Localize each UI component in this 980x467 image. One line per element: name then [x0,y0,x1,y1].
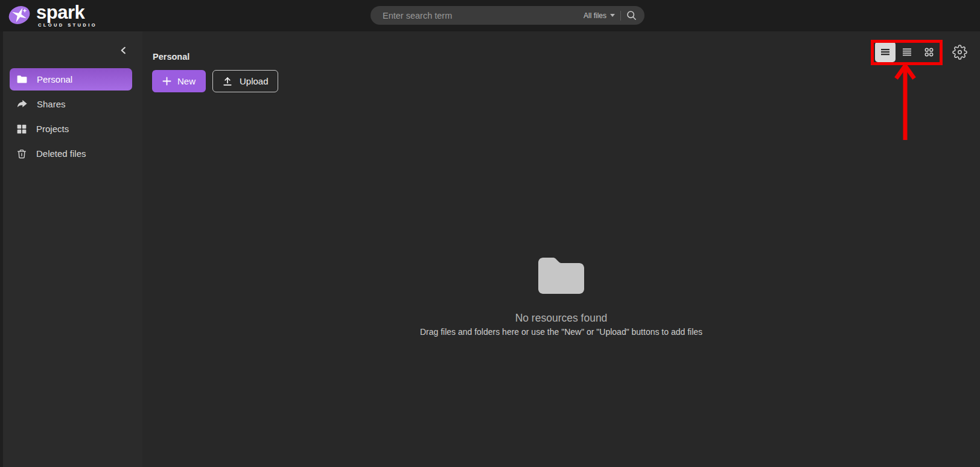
gear-icon [952,45,967,60]
grid-icon [16,124,27,135]
settings-button[interactable] [949,42,970,62]
plus-icon [162,77,171,86]
chevron-down-icon [610,14,615,17]
app-logo[interactable]: spark CLOUD STUDIO [7,2,97,28]
search-icon [626,10,637,21]
empty-folder-icon [538,256,584,294]
view-condensed-button[interactable] [897,42,917,62]
tiles-view-icon [923,46,935,58]
sidebar-nav: Personal Shares Projects [10,68,132,167]
view-list-button[interactable] [875,42,896,62]
page-title: Personal [153,52,189,62]
empty-state: No resources found Drag files and folder… [142,256,980,337]
main-content: Personal New Upload [142,31,980,467]
upload-button[interactable]: Upload [212,70,278,92]
share-icon [16,98,28,110]
sidebar: Personal Shares Projects [0,31,142,467]
upload-button-label: Upload [240,76,269,86]
folder-icon [16,74,28,85]
empty-state-title: No resources found [142,312,980,325]
sidebar-item-deleted-files[interactable]: Deleted files [10,142,132,165]
condensed-list-icon [902,46,912,57]
brand-name: spark [36,4,97,21]
new-button[interactable]: New [152,70,206,92]
view-switcher [875,42,939,62]
sidebar-collapse-button[interactable] [115,42,131,58]
spark-logo-icon [7,2,32,28]
chevron-left-icon [119,46,128,55]
sidebar-item-personal[interactable]: Personal [10,68,132,91]
sidebar-item-shares[interactable]: Shares [10,93,132,115]
trash-icon [16,148,27,159]
search-scope-dropdown[interactable]: All files [584,11,615,20]
empty-state-subtitle: Drag files and folders here or use the "… [142,327,980,337]
search-button[interactable] [626,10,637,21]
new-button-label: New [177,76,196,86]
search-bar: All files [371,6,644,25]
topbar: spark CLOUD STUDIO All files [0,0,980,31]
action-buttons: New Upload [152,70,278,92]
brand-tagline: CLOUD STUDIO [38,22,97,28]
search-divider [620,11,621,21]
sidebar-item-label: Projects [36,124,69,134]
sidebar-item-label: Shares [37,99,66,109]
logo-wordmark: spark CLOUD STUDIO [36,4,97,28]
sidebar-item-label: Deleted files [36,148,86,159]
view-tiles-button[interactable] [918,42,939,62]
list-view-icon [880,46,891,57]
search-input[interactable] [381,10,578,21]
upload-icon [222,76,233,87]
sidebar-rail [0,31,3,467]
search-scope-label: All files [584,11,606,20]
sidebar-item-label: Personal [37,74,72,84]
sidebar-item-projects[interactable]: Projects [10,118,132,140]
